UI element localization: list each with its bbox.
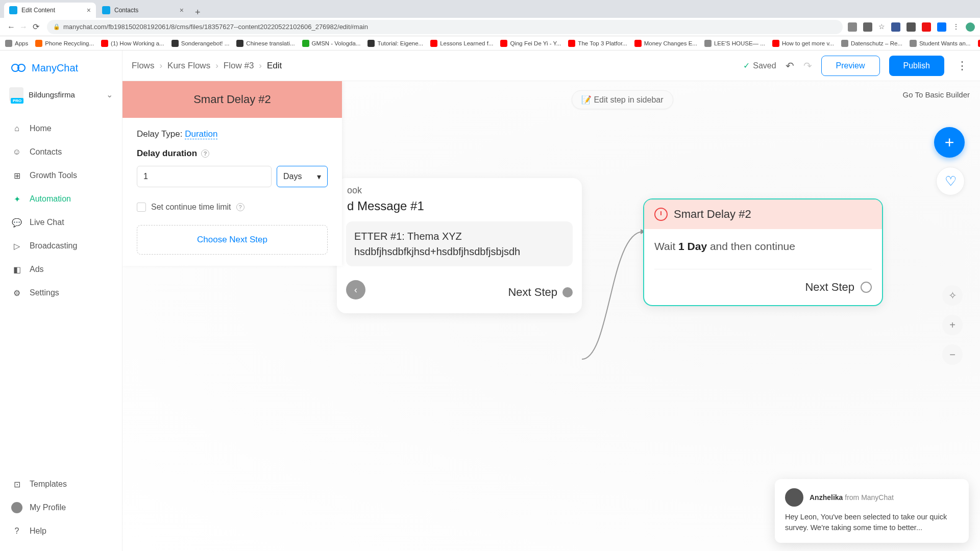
checkbox-icon[interactable]: [137, 203, 146, 212]
duration-label-row: Delay duration ?: [137, 148, 328, 159]
undo-button[interactable]: ↶: [786, 60, 794, 72]
bookmark-item[interactable]: Money Changes E...: [634, 40, 697, 47]
bookmark-icon: [634, 40, 642, 47]
browser-tab-inactive[interactable]: Contacts ×: [97, 3, 189, 18]
auto-layout-button[interactable]: ✧: [942, 285, 963, 306]
sidebar-item-profile[interactable]: My Profile: [0, 496, 122, 519]
smart-delay-node[interactable]: Smart Delay #2 Wait 1 Day and then conti…: [643, 198, 883, 306]
workspace-selector[interactable]: PRO Bildungsfirma ⌄: [0, 81, 122, 112]
nav-label: Automation: [30, 194, 71, 204]
flow-canvas[interactable]: Smart Delay #2 Delay Type: Duration Dela…: [122, 81, 980, 551]
ext-icon[interactable]: [922, 22, 931, 32]
bookmark-item[interactable]: Datenschutz – Re...: [841, 40, 902, 47]
divider: [654, 269, 872, 269]
help-icon[interactable]: ?: [236, 203, 244, 211]
node-next-step[interactable]: Next Step: [805, 281, 854, 294]
bookmark-item[interactable]: Student Wants an...: [910, 40, 971, 47]
output-port[interactable]: [562, 287, 573, 297]
ext-icon[interactable]: [906, 22, 916, 32]
sidebar-item-templates[interactable]: ⊡ Templates: [0, 472, 122, 496]
panel-title: Smart Delay #2: [122, 81, 342, 118]
bookmark-item[interactable]: Chinese translati...: [236, 40, 295, 47]
browser-tab-active[interactable]: Edit Content ×: [4, 3, 96, 18]
chat-icon: 💬: [11, 217, 22, 228]
nav-label: Live Chat: [30, 218, 64, 227]
bookmark-item[interactable]: Sonderangebot! ...: [172, 40, 230, 47]
time-limit-row[interactable]: Set continue time limit ?: [137, 203, 328, 212]
ext-icon[interactable]: [848, 22, 857, 32]
broadcast-icon: ▷: [11, 240, 22, 252]
back-button[interactable]: ←: [5, 22, 17, 32]
bookmark-item[interactable]: LEE'S HOUSE— ...: [704, 40, 765, 47]
close-icon[interactable]: ×: [87, 6, 91, 14]
favorite-button[interactable]: ♡: [936, 167, 965, 195]
brand-logo[interactable]: ManyChat: [0, 51, 122, 81]
profile-avatar-icon[interactable]: [966, 22, 975, 32]
reload-button[interactable]: ⟳: [30, 22, 42, 32]
go-to-basic-builder-link[interactable]: Go To Basic Builder: [903, 90, 970, 99]
bookmark-icon: [302, 40, 309, 47]
nav-label: Home: [30, 124, 52, 133]
support-chat-popup[interactable]: Anzhelika from ManyChat Hey Leon, You've…: [775, 479, 969, 543]
ext-icon[interactable]: [863, 22, 872, 32]
nav-label: My Profile: [30, 503, 66, 512]
node-footer: Next Step: [644, 274, 882, 305]
bookmark-item[interactable]: GMSN - Vologda...: [302, 40, 361, 47]
edit-step-hint[interactable]: 📝 Edit step in sidebar: [572, 90, 673, 109]
zoom-in-button[interactable]: +: [942, 315, 963, 335]
duration-value-input[interactable]: [137, 166, 272, 187]
crumb[interactable]: Kurs Flows: [167, 61, 210, 71]
ext-icon[interactable]: [891, 22, 900, 32]
sidebar-nav: ⌂ Home ☺ Contacts ⊞ Growth Tools ✦ Autom…: [0, 112, 122, 310]
sidebar-item-growth[interactable]: ⊞ Growth Tools: [0, 164, 122, 187]
star-icon[interactable]: ☆: [878, 22, 885, 32]
sidebar-item-contacts[interactable]: ☺ Contacts: [0, 140, 122, 164]
new-tab-button[interactable]: +: [190, 7, 206, 18]
forward-button[interactable]: →: [17, 22, 30, 32]
prev-button[interactable]: ‹: [346, 280, 365, 299]
tab-title: Edit Content: [21, 7, 55, 14]
sidebar-item-ads[interactable]: ◧ Ads: [0, 258, 122, 281]
duration-unit-select[interactable]: Days ▾: [277, 166, 328, 187]
ext-icon[interactable]: [937, 22, 946, 32]
bookmark-item[interactable]: Qing Fei De Yi - Y...: [500, 40, 561, 47]
choose-next-step-button[interactable]: Choose Next Step: [137, 225, 328, 255]
crumb[interactable]: Flows: [132, 61, 154, 71]
favicon-icon: [102, 6, 110, 14]
bookmark-item[interactable]: (1) How Working a...: [101, 40, 164, 47]
gear-icon: ⚙: [11, 287, 22, 298]
publish-button[interactable]: Publish: [889, 56, 944, 76]
zoom-out-button[interactable]: −: [942, 344, 963, 365]
sidebar-item-livechat[interactable]: 💬 Live Chat: [0, 211, 122, 234]
bookmark-item[interactable]: How to get more v...: [772, 40, 834, 47]
bookmark-item[interactable]: Phone Recycling...: [35, 40, 94, 47]
templates-icon: ⊡: [11, 479, 22, 490]
message-node[interactable]: ook d Message #1 ETTER #1: Thema XYZ hsd…: [337, 178, 582, 313]
close-icon[interactable]: ×: [180, 6, 184, 14]
delay-type-link[interactable]: Duration: [185, 129, 217, 139]
url-text: manychat.com/fb198150208192061/8/cms/fil…: [63, 23, 368, 31]
sidebar-item-settings[interactable]: ⚙ Settings: [0, 281, 122, 305]
help-icon[interactable]: ?: [201, 149, 209, 158]
add-step-button[interactable]: +: [934, 127, 965, 158]
more-menu-button[interactable]: ⋮: [953, 59, 971, 72]
url-field[interactable]: 🔒 manychat.com/fb198150208192061/8/cms/f…: [47, 20, 843, 34]
menu-icon[interactable]: ⋮: [952, 22, 960, 32]
crumb[interactable]: Flow #3: [224, 61, 254, 71]
bookmark-item[interactable]: Apps: [5, 40, 28, 47]
sidebar-item-help[interactable]: ? Help: [0, 519, 122, 543]
preview-button[interactable]: Preview: [821, 56, 880, 76]
node-body: Wait 1 Day and then continue: [644, 229, 882, 264]
bookmark-item[interactable]: (2) How To Add A...: [978, 40, 981, 47]
help-icon: ?: [11, 525, 22, 537]
sidebar-item-automation[interactable]: ✦ Automation: [0, 187, 122, 211]
bookmark-item[interactable]: The Top 3 Platfor...: [568, 40, 627, 47]
bookmark-item[interactable]: Tutorial: Eigene...: [368, 40, 423, 47]
pro-badge: PRO: [11, 98, 23, 104]
sidebar-item-home[interactable]: ⌂ Home: [0, 117, 122, 140]
node-next-step[interactable]: Next Step: [508, 276, 573, 304]
sidebar-item-broadcasting[interactable]: ▷ Broadcasting: [0, 234, 122, 258]
bookmark-item[interactable]: Lessons Learned f...: [430, 40, 493, 47]
content-line: ETTER #1: Thema XYZ: [354, 229, 565, 244]
output-port[interactable]: [861, 282, 872, 293]
